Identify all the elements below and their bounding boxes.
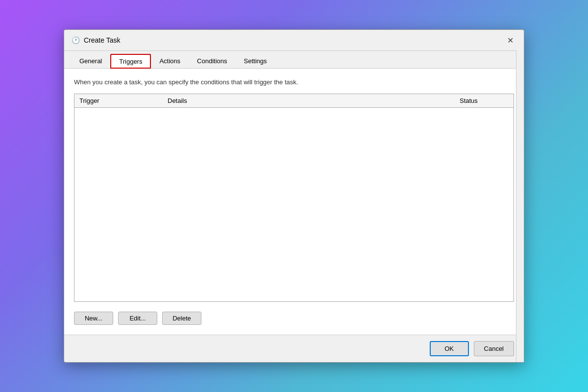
tab-actions[interactable]: Actions	[151, 54, 189, 69]
tab-bar: General Triggers Actions Conditions Sett…	[64, 51, 524, 69]
dialog-content: When you create a task, you can specify …	[64, 69, 524, 335]
delete-button[interactable]: Delete	[162, 312, 201, 325]
tab-conditions[interactable]: Conditions	[189, 54, 235, 69]
triggers-table: Trigger Details Status	[74, 94, 514, 302]
scrollbar[interactable]	[516, 50, 524, 362]
column-header-trigger: Trigger	[79, 97, 168, 104]
tab-triggers[interactable]: Triggers	[110, 54, 151, 69]
ok-button[interactable]: OK	[430, 341, 469, 356]
table-header: Trigger Details Status	[74, 94, 514, 108]
new-button[interactable]: New...	[74, 312, 113, 325]
table-body	[74, 108, 514, 301]
triggers-description: When you create a task, you can specify …	[74, 76, 514, 88]
edit-button[interactable]: Edit...	[118, 312, 157, 325]
dialog-title: Create Task	[84, 36, 120, 44]
app-icon: 🕐	[71, 36, 80, 45]
column-header-details: Details	[168, 97, 460, 104]
tab-general[interactable]: General	[71, 54, 110, 69]
title-bar-left: 🕐 Create Task	[71, 36, 120, 45]
cancel-button[interactable]: Cancel	[474, 341, 514, 356]
dialog-footer: OK Cancel	[64, 335, 524, 362]
action-buttons: New... Edit... Delete	[74, 308, 514, 327]
create-task-dialog: 🕐 Create Task ✕ General Triggers Actions…	[64, 29, 524, 363]
title-bar: 🕐 Create Task ✕	[64, 30, 524, 51]
column-header-status: Status	[460, 97, 509, 104]
close-button[interactable]: ✕	[503, 35, 517, 46]
tab-settings[interactable]: Settings	[236, 54, 275, 69]
